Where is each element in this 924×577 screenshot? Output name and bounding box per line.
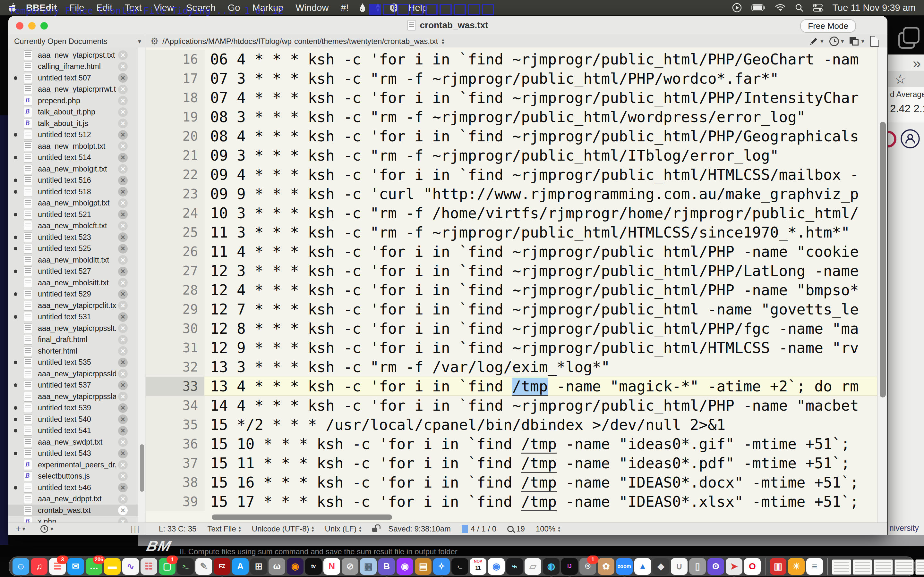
close-document-button[interactable]: ✕ <box>118 153 128 163</box>
recent-documents-button[interactable] <box>40 525 48 533</box>
sidebar-item-untitled-text-537[interactable]: untitled text 537✕ <box>8 380 139 391</box>
sidebar-item-aaa-new-ytapicrpclit-txt[interactable]: aaa_new_ytapicrpclit.txt✕ <box>8 300 139 311</box>
path-bar[interactable]: ⚙ /Applications/MAMP/htdocs/ITblog/wp-co… <box>150 36 809 47</box>
search-count[interactable]: 19 <box>507 524 525 533</box>
close-document-button[interactable]: ✕ <box>118 187 128 197</box>
dock-item-podcasts[interactable]: ◉ <box>397 558 413 575</box>
zoom-menu[interactable]: 100%▴▾ <box>536 524 560 533</box>
close-document-button[interactable]: ✕ <box>118 335 128 345</box>
dock-item-terminal[interactable]: >_ <box>177 558 194 575</box>
menu-item-window[interactable]: Window <box>289 3 334 13</box>
dock-item-blocked[interactable]: ⊘ <box>342 558 359 575</box>
sidebar-item-aaa-new-mbolgit-txt[interactable]: aaa_new_mbolgit.txt✕ <box>8 163 139 175</box>
dock-item-white-blob[interactable]: ∪ <box>671 558 688 575</box>
dock-item-camera-gray[interactable]: ⌾1 <box>580 558 596 575</box>
avatar-icon[interactable] <box>900 129 920 149</box>
editor-line-24[interactable]: 2410 3 * * * ksh -c "rm -f /home/virtfs/… <box>146 203 877 223</box>
editor-line-18[interactable]: 1807 4 * * * ksh -c 'for i in `find ~rjm… <box>146 88 877 107</box>
dock-item-triangle-app[interactable]: ▲ <box>634 558 651 575</box>
lock-icon[interactable] <box>372 526 377 532</box>
dock-item-siri[interactable]: ◍ <box>543 558 559 575</box>
close-document-button[interactable]: ✕ <box>118 221 128 231</box>
sidebar-item-untitled-text-507[interactable]: untitled text 507✕ <box>8 72 139 84</box>
sidebar-item-talk-about-it-js[interactable]: talk_about_it.js✕ <box>8 118 139 129</box>
sidebar-item-prepend-php[interactable]: prepend.php✕ <box>8 95 139 106</box>
sidebar-item-calling-iframe-html[interactable]: calling_iframe.html✕ <box>8 61 139 73</box>
dock-item-inkscape[interactable]: ◆ <box>653 558 669 575</box>
close-document-button[interactable]: ✕ <box>118 301 128 310</box>
dock-item-calculator[interactable]: ⊞ <box>250 558 267 575</box>
sidebar-item-untitled-text-527[interactable]: untitled text 527✕ <box>8 266 139 277</box>
sidebar-item-aaa-new-ytapicrppssld-[interactable]: aaa_new_ytapicrppssld...✕ <box>8 368 139 380</box>
dock-item-notes[interactable]: ▬ <box>104 558 121 575</box>
close-document-button[interactable]: ✕ <box>118 107 128 117</box>
sidebar-item-aaa-new-ytapicrppsslt-[interactable]: aaa_new_ytapicrppsslt....✕ <box>8 322 139 334</box>
dock-item-iphone-mockup[interactable]: ▯ <box>689 558 706 575</box>
sidebar-item-untitled-text-523[interactable]: untitled text 523✕ <box>8 231 139 243</box>
close-document-button[interactable]: ✕ <box>118 380 128 390</box>
editor-hscroll-thumb[interactable] <box>212 514 392 520</box>
close-document-button[interactable]: ✕ <box>118 62 128 71</box>
encoding-menu[interactable]: Unicode (UTF-8)▴▾ <box>252 524 314 533</box>
dock-item-news[interactable]: N <box>323 558 340 575</box>
editor-line-33[interactable]: 3313 4 * * * ksh -c 'for i in `find /tmp… <box>146 377 877 396</box>
editor-line-37[interactable]: 3715 11 * * * ksh -c 'for i in `find /tm… <box>146 454 877 473</box>
editor-line-25[interactable]: 2511 3 * * * ksh -c "rm -f ~rjmprogr/pub… <box>146 223 877 242</box>
play-circle-icon[interactable] <box>732 3 742 13</box>
sidebar-item-untitled-text-540[interactable]: untitled text 540✕ <box>8 414 139 425</box>
close-document-button[interactable]: ✕ <box>118 324 128 333</box>
editor-line-39[interactable]: 3915 17 * * * ksh -c 'for i in `find /tm… <box>146 492 877 511</box>
sidebar-item-x-php[interactable]: x.php✕ <box>8 516 139 523</box>
close-document-button[interactable]: ✕ <box>118 176 128 185</box>
sidebar-item-untitled-text-531[interactable]: untitled text 531✕ <box>8 311 139 323</box>
close-document-button[interactable]: ✕ <box>118 119 128 128</box>
dock-item-books[interactable]: ▤ <box>415 558 431 575</box>
editor-line-35[interactable]: 3515 */2 * * * /usr/local/cpanel/bin/dbi… <box>146 415 877 434</box>
close-document-button[interactable]: ✕ <box>118 290 128 299</box>
cursor-position[interactable]: L: 33 C: 35 <box>159 524 196 533</box>
editor-line-20[interactable]: 2008 4 * * * ksh -c 'for i in `find ~rjm… <box>146 127 877 146</box>
sidebar-item-shorter-html[interactable]: shorter.html✕ <box>8 345 139 357</box>
sidebar-item-aaa-new-mboldltt-txt[interactable]: aaa_new_mboldltt.txt✕ <box>8 254 139 266</box>
chevrons-icon[interactable]: » <box>913 55 921 72</box>
dock-item-cards-red[interactable]: ▥ <box>770 558 787 575</box>
sidebar-item-aaa-new-ytapicrppssla-[interactable]: aaa_new_ytapicrppssla...✕ <box>8 391 139 402</box>
close-document-button[interactable]: ✕ <box>118 267 128 276</box>
dock-item-facetime[interactable]: ▢1 <box>159 558 176 575</box>
sidebar-item-untitled-text-521[interactable]: untitled text 521✕ <box>8 209 139 220</box>
dock-item-art-palette[interactable]: ✿ <box>598 558 614 575</box>
dock-item-mail[interactable]: ✉ <box>67 558 84 575</box>
close-document-button[interactable]: ✕ <box>118 494 128 504</box>
close-document-button[interactable]: ✕ <box>118 483 128 492</box>
sidebar-item-aaa-new-swdpt-txt[interactable]: aaa_new_swdpt.txt✕ <box>8 436 139 448</box>
dock-item-preview[interactable]: ▦ <box>360 558 376 575</box>
history-tool[interactable]: ▾ <box>829 37 844 46</box>
close-document-button[interactable]: ✕ <box>118 278 128 287</box>
sidebar-item-untitled-text-516[interactable]: untitled text 516✕ <box>8 175 139 186</box>
gear-icon[interactable]: ⚙ <box>150 36 158 47</box>
dock-item-minimized-window-4[interactable] <box>895 559 914 575</box>
close-document-button[interactable]: ✕ <box>118 437 128 447</box>
sidebar-item-experimental-peers-dr-[interactable]: experimental_peers_dr...✕ <box>8 459 139 471</box>
close-document-button[interactable]: ✕ <box>118 392 128 401</box>
sidebar-item-crontab-was-txt[interactable]: crontab_was.txt✕ <box>8 504 139 516</box>
dock-item-appstore[interactable]: A <box>232 558 249 575</box>
editor-line-29[interactable]: 2912 7 * * * ksh -c 'for i in `find ~rjm… <box>146 300 877 319</box>
close-document-button[interactable]: ✕ <box>118 312 128 322</box>
editor-line-21[interactable]: 2109 3 * * * ksh -c "rm -f ~rjmprogr/pub… <box>146 146 877 165</box>
sidebar-item-untitled-text-543[interactable]: untitled text 543✕ <box>8 448 139 459</box>
line-ending-menu[interactable]: Unix (LF)▴▾ <box>325 524 362 533</box>
sidebar-item-untitled-text-529[interactable]: untitled text 529✕ <box>8 288 139 300</box>
close-document-button[interactable]: ✕ <box>118 517 128 523</box>
sidebar-item-untitled-text-514[interactable]: untitled text 514✕ <box>8 152 139 163</box>
dock-item-calendar[interactable]: NOV11 <box>470 558 486 575</box>
dock-item-safari[interactable]: ✧ <box>433 558 450 575</box>
editor-line-28[interactable]: 2812 4 * * * ksh -c 'for i in `find ~rjm… <box>146 280 877 300</box>
control-center-icon[interactable] <box>813 3 822 12</box>
dock-item-messages[interactable]: …206 <box>86 558 102 575</box>
sidebar-item-untitled-text-518[interactable]: untitled text 518✕ <box>8 186 139 197</box>
dock-item-minimized-window-3[interactable] <box>874 559 893 575</box>
sidebar-item-selectbuttons-js[interactable]: selectbuttons.js✕ <box>8 471 139 482</box>
dock-item-finder[interactable]: ☺ <box>13 558 29 575</box>
close-document-button[interactable]: ✕ <box>118 85 128 94</box>
